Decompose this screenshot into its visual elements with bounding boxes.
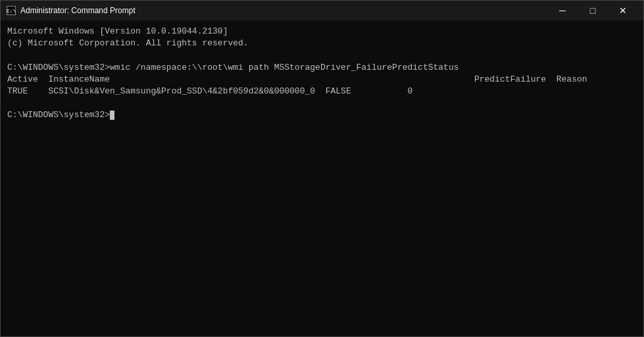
title-bar-controls: ─ □ ✕ [547,1,638,20]
console-line-2: (c) Microsoft Corporation. All rights re… [7,38,637,49]
cmd-window: C:\ Administrator: Command Prompt ─ □ ✕ … [0,0,644,337]
window-title: Administrator: Command Prompt [20,6,136,15]
console-line-4: C:\WINDOWS\system32>wmic /namespace:\\ro… [7,62,637,74]
close-button[interactable]: ✕ [608,1,638,20]
console-line-3 [7,49,637,61]
console-line-8: C:\WINDOWS\system32> [7,109,637,121]
console-area[interactable]: Microsoft Windows [Version 10.0.19044.21… [1,20,643,336]
minimize-button[interactable]: ─ [547,1,578,20]
title-bar: C:\ Administrator: Command Prompt ─ □ ✕ [1,1,643,20]
cmd-icon: C:\ [7,6,16,15]
cmd-icon-container: C:\ [6,5,16,16]
console-line-6: TRUE SCSI\Disk&Ven_Samsung&Prod_SSD\4&2b… [7,86,637,97]
console-line-1: Microsoft Windows [Version 10.0.19044.21… [7,26,637,38]
console-line-7 [7,97,637,109]
cursor [110,111,114,120]
maximize-button[interactable]: □ [578,1,608,20]
console-line-5: Active InstanceName PredictFailure Reaso… [7,74,637,86]
title-bar-left: C:\ Administrator: Command Prompt [6,5,136,16]
